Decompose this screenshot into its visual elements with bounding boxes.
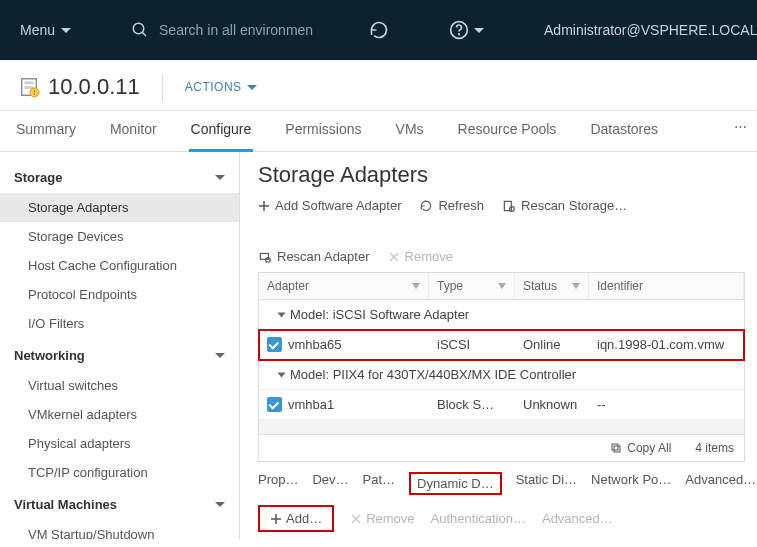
triangle-icon [278,372,286,377]
cell: -- [589,390,744,419]
grid-header: Adapter Type Status Identifier [259,273,744,300]
cell: vmhba1 [288,397,334,412]
triangle-icon [278,312,286,317]
group-iscsi[interactable]: Model: iSCSI Software Adapter [259,300,744,330]
add-software-adapter-button[interactable]: Add Software Adapter [258,198,401,213]
tab-monitor[interactable]: Monitor [108,111,159,151]
remove-adapter-button: Remove [388,249,453,264]
table-row[interactable]: vmhba65 iSCSI Online iqn.1998-01.com.vmw [259,330,744,360]
subtab-paths[interactable]: Pat… [363,472,396,495]
add-server-button[interactable]: Add… [258,505,334,532]
sidebar-item-storage-devices[interactable]: Storage Devices [0,222,239,251]
refresh-adapters-button[interactable]: Refresh [419,198,484,213]
chevron-down-icon [215,502,225,507]
label: Add Software Adapter [275,198,401,213]
svg-rect-5 [24,82,33,85]
chevron-down-icon [215,353,225,358]
cell: Unknown [515,390,589,419]
subtab-static-discovery[interactable]: Static Di… [516,472,577,495]
chevron-down-icon [474,28,484,33]
section-title: Virtual Machines [14,497,117,512]
rescan-adapter-button[interactable]: Rescan Adapter [258,249,370,264]
user-menu[interactable]: Administrator@VSPHERE.LOCAL [544,22,757,38]
search-icon [131,21,149,39]
top-bar: Menu Administrator@VSPHERE.LOCAL [0,0,757,60]
refresh-icon [369,20,389,40]
sidebar-item-tcpip[interactable]: TCP/IP configuration [0,458,239,487]
tab-permissions[interactable]: Permissions [283,111,363,151]
filter-icon [498,283,506,289]
svg-rect-11 [504,201,511,210]
adapter-grid: Adapter Type Status Identifier Model: iS… [258,272,745,435]
host-ip: 10.0.0.11 [48,74,140,100]
cell: iSCSI [429,330,515,359]
section-title: Storage [14,170,62,185]
svg-rect-18 [612,444,618,450]
sidebar-item-vmkernel-adapters[interactable]: VMkernel adapters [0,400,239,429]
label: Rescan Adapter [277,249,370,264]
cell: Block S… [429,390,515,419]
cell: Online [515,330,589,359]
svg-point-12 [510,206,515,211]
divider [162,74,163,100]
cell: iqn.1998-01.com.vmw [589,330,744,359]
chevron-down-icon [215,175,225,180]
refresh-button[interactable] [369,20,389,40]
svg-text:!: ! [34,89,36,96]
tab-datastores[interactable]: Datastores [588,111,660,151]
sidebar-item-virtual-switches[interactable]: Virtual switches [0,371,239,400]
search-wrap [131,21,339,39]
table-row[interactable]: vmhba1 Block S… Unknown -- [259,390,744,420]
sidebar-item-vm-startup[interactable]: VM Startup/Shutdown [0,520,239,539]
subtab-devices[interactable]: Dev… [312,472,348,495]
cell: vmhba65 [288,337,341,352]
label: Remove [366,511,414,526]
copy-icon [610,442,622,454]
subtab-advanced[interactable]: Advanced… [685,472,756,495]
filter-icon [572,283,580,289]
tab-configure[interactable]: Configure [189,111,254,152]
tab-summary[interactable]: Summary [14,111,78,151]
rescan-storage-button[interactable]: Rescan Storage… [502,198,627,213]
detail-subtabs: Prop… Dev… Pat… Dynamic D… Static Di… Ne… [258,466,745,499]
tabs-overflow[interactable]: ⋯ [734,119,747,134]
sidebar-section-storage[interactable]: Storage [0,160,239,193]
sidebar-item-protocol-endpoints[interactable]: Protocol Endpoints [0,280,239,309]
svg-rect-13 [260,253,268,259]
group-label: Model: PIIX4 for 430TX/440BX/MX IDE Cont… [290,367,576,382]
svg-line-1 [142,32,146,36]
col-adapter[interactable]: Adapter [259,273,429,299]
discovery-toolbar: Add… Remove Authentication… Advanced… [258,499,745,538]
tab-vms[interactable]: VMs [394,111,426,151]
sidebar-section-vm[interactable]: Virtual Machines [0,487,239,520]
actions-menu[interactable]: ACTIONS [185,80,257,94]
col-status[interactable]: Status [515,273,589,299]
sidebar-item-host-cache[interactable]: Host Cache Configuration [0,251,239,280]
menu-button[interactable]: Menu [20,22,71,38]
sidebar-item-io-filters[interactable]: I/O Filters [0,309,239,338]
adapter-icon [267,337,282,352]
label: Copy All [627,441,671,455]
search-input[interactable] [159,22,339,38]
panel-title: Storage Adapters [258,162,745,188]
tab-resource-pools[interactable]: Resource Pools [456,111,559,151]
col-type[interactable]: Type [429,273,515,299]
help-button[interactable] [449,20,484,40]
subtab-dynamic-discovery[interactable]: Dynamic D… [409,472,502,495]
menu-label: Menu [20,22,55,38]
svg-point-0 [133,23,144,34]
chevron-down-icon [247,85,257,90]
copy-all-button[interactable]: Copy All [610,441,671,455]
sidebar-item-storage-adapters[interactable]: Storage Adapters [0,193,239,222]
label: Rescan Storage… [521,198,627,213]
subtab-network-port[interactable]: Network Po… [591,472,671,495]
plus-icon [270,513,282,525]
content: Storage Storage Adapters Storage Devices… [0,152,757,539]
label: Remove [405,249,453,264]
sidebar-item-physical-adapters[interactable]: Physical adapters [0,429,239,458]
sidebar-section-networking[interactable]: Networking [0,338,239,371]
col-identifier[interactable]: Identifier [589,273,744,299]
group-piix4[interactable]: Model: PIIX4 for 430TX/440BX/MX IDE Cont… [259,360,744,390]
remove-server-button: Remove [350,511,414,526]
subtab-properties[interactable]: Prop… [258,472,298,495]
